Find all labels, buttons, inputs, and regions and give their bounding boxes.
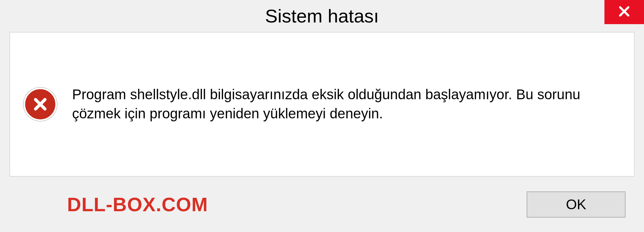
- close-button[interactable]: [604, 0, 644, 24]
- dialog-footer: DLL-BOX.COM OK: [0, 177, 644, 232]
- watermark-text: DLL-BOX.COM: [67, 193, 208, 216]
- error-circle-icon: [23, 88, 57, 121]
- error-message: Program shellstyle.dll bilgisayarınızda …: [72, 85, 614, 123]
- error-dialog: Sistem hatası Program shellstyle.dll bil…: [0, 0, 644, 232]
- dialog-title: Sistem hatası: [265, 5, 379, 27]
- titlebar: Sistem hatası: [0, 0, 644, 32]
- close-icon: [617, 4, 631, 20]
- error-icon-wrap: [23, 88, 57, 121]
- ok-button[interactable]: OK: [527, 191, 626, 218]
- content-area: Program shellstyle.dll bilgisayarınızda …: [9, 32, 635, 177]
